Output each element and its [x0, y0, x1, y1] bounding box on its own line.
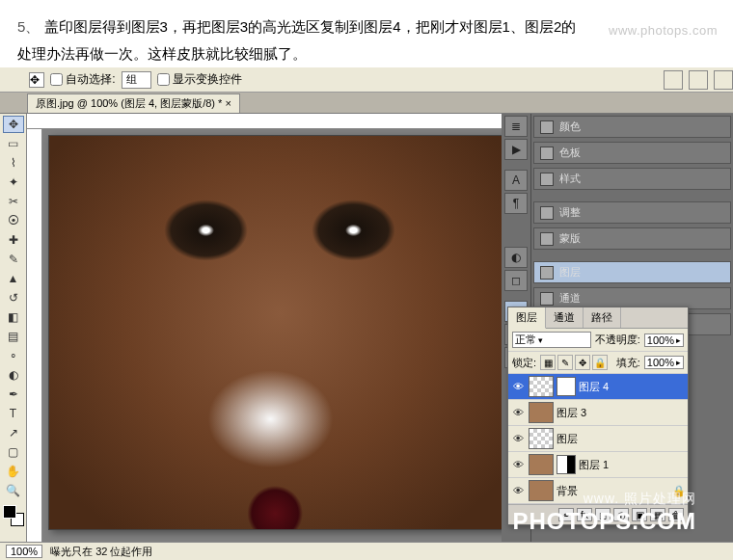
panel-styles[interactable]: 样式: [533, 168, 731, 190]
options-bar: ✥ 自动选择: 组 显示变换控件: [0, 67, 733, 93]
history-icon[interactable]: ≣: [504, 116, 528, 137]
pen-tool-icon[interactable]: ✒: [3, 386, 24, 403]
layer-row[interactable]: 👁 图层 3: [508, 400, 688, 426]
channel-icon: [540, 292, 554, 306]
wm-line1: www. 照片处理网: [512, 491, 696, 508]
step-text-2: 处理办法再做一次。这样皮肤就比较细腻了。: [17, 45, 307, 62]
lasso-tool-icon[interactable]: ⌇: [3, 154, 24, 172]
align-group-icon[interactable]: [689, 70, 708, 90]
zoom-field[interactable]: 100%: [6, 545, 42, 558]
panel-swatches[interactable]: 色板: [533, 142, 731, 164]
layer-mask-thumb[interactable]: [557, 455, 576, 474]
tab-channels[interactable]: 通道: [546, 307, 584, 328]
lock-transparency-icon[interactable]: ▦: [540, 355, 556, 370]
layer-row[interactable]: 👁 图层 1: [508, 452, 688, 478]
crop-tool-icon[interactable]: ✂: [3, 193, 24, 210]
foreground-color[interactable]: [3, 505, 16, 519]
layer-mask-thumb[interactable]: [557, 377, 576, 396]
auto-select-checkbox[interactable]: 自动选择:: [50, 71, 116, 88]
gradient-tool-icon[interactable]: ▤: [3, 328, 24, 345]
path-tool-icon[interactable]: ↗: [3, 424, 24, 441]
type-tool-icon[interactable]: T: [3, 405, 24, 422]
visibility-icon[interactable]: 👁: [510, 459, 526, 470]
document-tab[interactable]: 原图.jpg @ 100% (图层 4, 图层蒙版/8) * ×: [27, 93, 240, 113]
brush-tool-icon[interactable]: ✎: [3, 251, 24, 268]
auto-select-dropdown[interactable]: 组: [122, 71, 151, 89]
align-group-icon[interactable]: [664, 70, 683, 90]
eraser-tool-icon[interactable]: ◧: [3, 308, 24, 326]
panel-color[interactable]: 颜色: [533, 116, 731, 138]
tab-layers[interactable]: 图层: [508, 307, 546, 329]
status-info: 曝光只在 32 位起作用: [50, 545, 152, 559]
fill-label: 填充:: [616, 356, 640, 370]
mask-icon[interactable]: ◻: [504, 270, 528, 291]
photoshop-window: ✥ 自动选择: 组 显示变换控件 原图.jpg @ 100% (图层 4, 图层…: [0, 67, 733, 560]
panel-mask[interactable]: 蒙版: [533, 227, 731, 250]
layer-row[interactable]: 👁 图层: [508, 426, 688, 452]
transform-controls-checkbox[interactable]: 显示变换控件: [157, 71, 242, 88]
lock-label: 锁定:: [512, 356, 536, 370]
tab-paths[interactable]: 路径: [584, 307, 621, 328]
panel-adjust[interactable]: 调整: [533, 201, 731, 224]
hand-tool-icon[interactable]: ✋: [3, 463, 24, 480]
style-icon: [540, 173, 554, 186]
ruler-vertical: [27, 129, 42, 542]
shape-tool-icon[interactable]: ▢: [3, 443, 24, 461]
step-number: 5、: [17, 18, 40, 35]
color-swatch[interactable]: [3, 505, 24, 526]
toolbox: ✥ ▭ ⌇ ✦ ✂ ⦿ ✚ ✎ ▲ ↺ ◧ ▤ ∘ ◐ ✒ T ↗ ▢ ✋ 🔍: [0, 114, 27, 542]
lock-pixel-icon[interactable]: ✎: [557, 355, 573, 370]
layer-thumb[interactable]: [529, 428, 554, 449]
layer-thumb[interactable]: [529, 376, 554, 397]
align-group-icon[interactable]: [714, 70, 733, 90]
visibility-icon[interactable]: 👁: [510, 381, 526, 392]
dodge-tool-icon[interactable]: ◐: [3, 366, 24, 384]
portrait-photo[interactable]: [48, 135, 502, 530]
move-tool-icon[interactable]: ✥: [29, 72, 44, 88]
heal-tool-icon[interactable]: ✚: [3, 231, 24, 249]
eyedropper-tool-icon[interactable]: ⦿: [3, 212, 24, 229]
fill-field[interactable]: 100%▸: [644, 356, 684, 369]
wm-line2: PHOTOPS.COM: [512, 508, 696, 535]
layer-name[interactable]: 图层 3: [557, 406, 686, 420]
layer-name[interactable]: 图层: [557, 432, 686, 446]
layer-name[interactable]: 图层 1: [579, 458, 686, 472]
stamp-tool-icon[interactable]: ▲: [3, 270, 24, 287]
lock-buttons: ▦ ✎ ✥ 🔒: [540, 355, 608, 370]
layer-thumb[interactable]: [529, 454, 554, 475]
mask-icon: [540, 232, 554, 246]
top-watermark: www.photops.com: [609, 17, 718, 44]
visibility-icon[interactable]: 👁: [510, 433, 526, 444]
move-tool-icon[interactable]: ✥: [3, 116, 24, 133]
adjust-icon[interactable]: ◐: [504, 247, 528, 268]
character-icon[interactable]: A: [504, 170, 528, 191]
history-brush-icon[interactable]: ↺: [3, 289, 24, 307]
bottom-watermark: www. 照片处理网 PHOTOPS.COM: [512, 491, 696, 535]
tutorial-text: 5、 盖印图层得到图层3，再把图层3的高光选区复制到图层4，把刚才对图层1、图层…: [0, 0, 733, 75]
ruler-horizontal: [27, 114, 502, 129]
opacity-label: 不透明度:: [595, 333, 640, 347]
actions-icon[interactable]: ▶: [504, 139, 528, 160]
lock-all-icon[interactable]: 🔒: [592, 355, 608, 370]
blur-tool-icon[interactable]: ∘: [3, 347, 24, 364]
paragraph-icon[interactable]: ¶: [504, 193, 528, 214]
zoom-tool-icon[interactable]: 🔍: [3, 482, 24, 499]
image-area[interactable]: [42, 129, 502, 542]
canvas: [27, 114, 502, 542]
adjust-icon: [540, 206, 554, 220]
status-bar: 100% 曝光只在 32 位起作用: [0, 542, 733, 560]
layers-icon: [540, 266, 554, 280]
panel-layers[interactable]: 图层: [533, 261, 731, 283]
marquee-tool-icon[interactable]: ▭: [3, 135, 24, 152]
visibility-icon[interactable]: 👁: [510, 407, 526, 418]
step-text-1: 盖印图层得到图层3，再把图层3的高光选区复制到图层4，把刚才对图层1、图层2的: [44, 18, 577, 35]
wand-tool-icon[interactable]: ✦: [3, 173, 24, 191]
palette-icon: [540, 147, 554, 160]
layer-row[interactable]: 👁 图层 4: [508, 374, 688, 400]
layer-thumb[interactable]: [529, 402, 554, 423]
opacity-field[interactable]: 100%▸: [644, 333, 684, 347]
blend-mode-dropdown[interactable]: 正常▾: [512, 332, 591, 348]
swatch-icon: [540, 120, 554, 134]
lock-position-icon[interactable]: ✥: [575, 355, 590, 370]
layer-name[interactable]: 图层 4: [579, 380, 686, 394]
